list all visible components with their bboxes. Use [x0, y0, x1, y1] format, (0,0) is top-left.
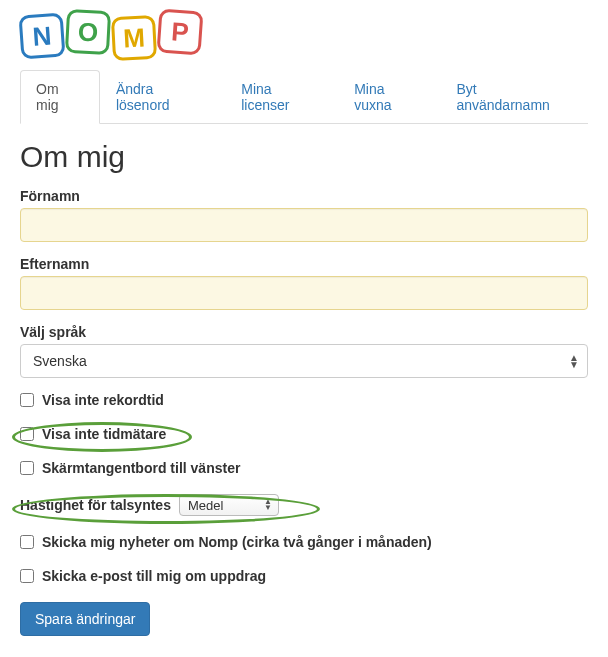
- tts-speed-value: Medel: [188, 498, 223, 513]
- logo-letter-o: O: [65, 9, 111, 55]
- email-assignments-label: Skicka e-post till mig om uppdrag: [42, 568, 266, 584]
- tab-andra-losenord[interactable]: Ändra lösenord: [100, 70, 225, 124]
- tab-mina-licenser[interactable]: Mina licenser: [225, 70, 338, 124]
- chevron-updown-icon: ▲▼: [569, 354, 579, 368]
- logo: N O M P: [20, 10, 588, 64]
- nav-tabs: Om mig Ändra lösenord Mina licenser Mina…: [20, 70, 588, 124]
- hide-timer-label: Visa inte tidmätare: [42, 426, 166, 442]
- logo-letter-p: P: [157, 9, 204, 56]
- tts-speed-label: Hastighet för talsyntes: [20, 497, 171, 513]
- logo-letter-m: M: [111, 15, 157, 61]
- hide-record-label: Visa inte rekordtid: [42, 392, 164, 408]
- keyboard-left-label: Skärmtangentbord till vänster: [42, 460, 240, 476]
- save-button[interactable]: Spara ändringar: [20, 602, 150, 636]
- firstname-label: Förnamn: [20, 188, 588, 204]
- email-assignments-checkbox[interactable]: [20, 569, 34, 583]
- logo-letter-n: N: [19, 13, 66, 60]
- language-select[interactable]: Svenska ▲▼: [20, 344, 588, 378]
- lastname-label: Efternamn: [20, 256, 588, 272]
- chevron-updown-icon: ▲▼: [264, 499, 272, 510]
- hide-record-checkbox[interactable]: [20, 393, 34, 407]
- tts-speed-select[interactable]: Medel ▲▼: [179, 494, 279, 516]
- page-title: Om mig: [20, 140, 588, 174]
- lastname-input[interactable]: [20, 276, 588, 310]
- tab-mina-vuxna[interactable]: Mina vuxna: [338, 70, 440, 124]
- hide-timer-checkbox[interactable]: [20, 427, 34, 441]
- newsletter-checkbox[interactable]: [20, 535, 34, 549]
- tab-byt-anvandarnamn[interactable]: Byt användarnamn: [440, 70, 588, 124]
- tab-om-mig[interactable]: Om mig: [20, 70, 100, 124]
- firstname-input[interactable]: [20, 208, 588, 242]
- language-value: Svenska: [33, 353, 87, 369]
- keyboard-left-checkbox[interactable]: [20, 461, 34, 475]
- language-label: Välj språk: [20, 324, 588, 340]
- newsletter-label: Skicka mig nyheter om Nomp (cirka två gå…: [42, 534, 432, 550]
